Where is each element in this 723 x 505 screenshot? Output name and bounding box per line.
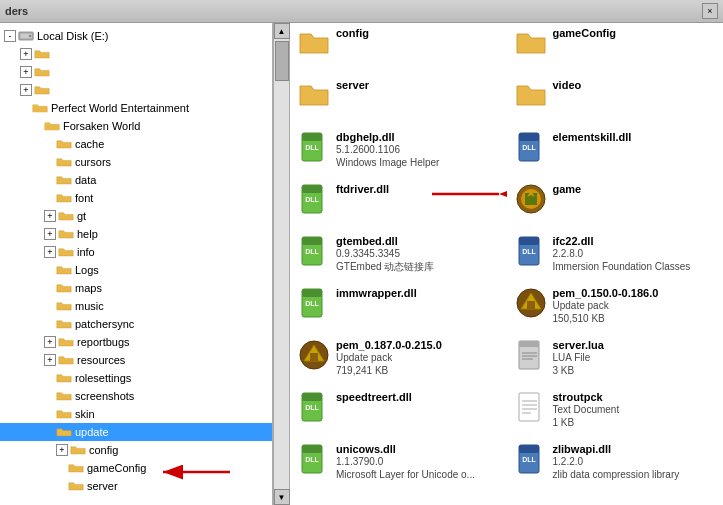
file-info-elementskill: elementskill.dll (553, 131, 632, 143)
file-info-pem150: pem_0.150.0-0.186.0 Update pack150,510 K… (553, 287, 659, 325)
right-panel: config gameConfig server (290, 23, 723, 491)
file-item-speedtreert[interactable]: DLL speedtreert.dll (290, 387, 507, 439)
tree-item-pwe[interactable]: Perfect World Entertainment (0, 99, 272, 117)
cursors-label: cursors (75, 156, 111, 168)
expand-reportbugs[interactable]: + (44, 336, 56, 348)
filedetail-zlibwapi: 1.2.2.0zlib data compression library (553, 455, 680, 481)
folder-icon-p3 (34, 83, 50, 97)
svg-text:DLL: DLL (305, 248, 319, 255)
folder-icon-cache (56, 137, 72, 151)
expand-gt[interactable]: + (44, 210, 56, 222)
dll-icon-zlibwapi: DLL (515, 443, 547, 475)
expand-p2[interactable]: + (20, 66, 32, 78)
rolesettings-label: rolesettings (75, 372, 131, 384)
file-item-serverlua[interactable]: server.lua LUA File3 KB (507, 335, 724, 387)
dll-icon-dbghelp: DLL (298, 131, 330, 163)
svg-text:DLL: DLL (305, 404, 319, 411)
svg-rect-6 (302, 133, 322, 141)
expand-p1[interactable]: + (20, 48, 32, 60)
tree-item-p1[interactable]: + (0, 45, 272, 63)
filename-elementskill: elementskill.dll (553, 131, 632, 143)
tree-item-rolesettings[interactable]: rolesettings (0, 369, 272, 387)
filename-ftdriver: ftdriver.dll (336, 183, 389, 195)
file-item-game[interactable]: game (507, 179, 724, 231)
expand-info[interactable]: + (44, 246, 56, 258)
tree-item-p2[interactable]: + (0, 63, 272, 81)
file-item-ftdriver[interactable]: DLL ftdriver.dll (290, 179, 507, 231)
file-item-dbghelp[interactable]: DLL dbghelp.dll 5.1.2600.1106Windows Ima… (290, 127, 507, 179)
tree-item-forsaken[interactable]: Forsaken World (0, 117, 272, 135)
right-panel-wrapper: config gameConfig server (290, 23, 723, 505)
tree-item-localdisk[interactable]: - Local Disk (E:) (0, 27, 272, 45)
tree-item-info[interactable]: + info (0, 243, 272, 261)
server-sub-label: server (87, 480, 118, 492)
filename-immwrapper: immwrapper.dll (336, 287, 417, 299)
file-item-config[interactable]: config (290, 23, 507, 75)
file-info-server: server (336, 79, 369, 91)
tree-section: - Local Disk (E:) + + (0, 23, 290, 505)
svg-rect-51 (519, 445, 539, 453)
file-item-elementskill[interactable]: DLL elementskill.dll (507, 127, 724, 179)
tree-item-reportbugs[interactable]: + reportbugs (0, 333, 272, 351)
tree-item-data[interactable]: data (0, 171, 272, 189)
file-item-immwrapper[interactable]: DLL immwrapper.dll (290, 283, 507, 335)
file-item-ifc22[interactable]: DLL ifc22.dll 2.2.8.0Immersion Foundatio… (507, 231, 724, 283)
update-label: update (75, 426, 109, 438)
tree-item-server-sub[interactable]: server (0, 477, 272, 495)
folder-icon-config-right (298, 27, 330, 59)
file-item-gameconfig[interactable]: gameConfig (507, 23, 724, 75)
file-item-gtembed[interactable]: DLL gtembed.dll 0.9.3345.3345GTEmbed 动态链… (290, 231, 507, 283)
scroll-up-button[interactable]: ▲ (274, 23, 290, 39)
folder-icon-server-sub (68, 479, 84, 493)
tree-item-cursors[interactable]: cursors (0, 153, 272, 171)
tree-item-logs[interactable]: Logs (0, 261, 272, 279)
tree-item-help[interactable]: + help (0, 225, 272, 243)
filedetail-serverlua: LUA File3 KB (553, 351, 604, 377)
scroll-down-button[interactable]: ▼ (274, 489, 290, 505)
tree-item-gameconfig-sub[interactable]: gameConfig (0, 459, 272, 477)
svg-rect-23 (519, 237, 539, 245)
tree-item-cache[interactable]: cache (0, 135, 272, 153)
file-item-zlibwapi[interactable]: DLL zlibwapi.dll 1.2.2.0zlib data compre… (507, 439, 724, 491)
tree-item-screenshots[interactable]: screenshots (0, 387, 272, 405)
file-item-stroutpck[interactable]: stroutpck Text Document1 KB (507, 387, 724, 439)
tree-item-skin[interactable]: skin (0, 405, 272, 423)
expand-help[interactable]: + (44, 228, 56, 240)
expand-icon-localdisk[interactable]: - (4, 30, 16, 42)
folder-icon-p2 (34, 65, 50, 79)
tree-item-resources[interactable]: + resources (0, 351, 272, 369)
tree-item-gt[interactable]: + gt (0, 207, 272, 225)
svg-rect-30 (527, 301, 535, 309)
tree-item-config-sub[interactable]: + config (0, 441, 272, 459)
dll-icon-ftdriver: DLL (298, 183, 330, 215)
tree-scrollbar[interactable]: ▲ ▼ (273, 23, 289, 505)
filedetail-unicows: 1.1.3790.0Microsoft Layer for Unicode o.… (336, 455, 475, 481)
txt-icon-stroutpck (515, 391, 547, 423)
file-item-pem150[interactable]: pem_0.150.0-0.186.0 Update pack150,510 K… (507, 283, 724, 335)
svg-point-2 (29, 35, 31, 37)
data-label: data (75, 174, 96, 186)
cache-label: cache (75, 138, 104, 150)
file-item-server[interactable]: server (290, 75, 507, 127)
filename-video: video (553, 79, 582, 91)
expand-resources[interactable]: + (44, 354, 56, 366)
patchersync-label: patchersync (75, 318, 134, 330)
tree-item-font[interactable]: font (0, 189, 272, 207)
tree-item-patchersync[interactable]: patchersync (0, 315, 272, 333)
file-item-video[interactable]: video (507, 75, 724, 127)
title-bar-text: ders (5, 5, 28, 17)
expand-p3[interactable]: + (20, 84, 32, 96)
file-item-unicows[interactable]: DLL unicows.dll 1.1.3790.0Microsoft Laye… (290, 439, 507, 491)
folder-icon-pwe (32, 101, 48, 115)
file-info-config: config (336, 27, 369, 39)
expand-config-sub[interactable]: + (56, 444, 68, 456)
tree-item-update[interactable]: update (0, 423, 272, 441)
filename-dbghelp: dbghelp.dll (336, 131, 439, 143)
svg-rect-48 (302, 445, 322, 453)
tree-item-music[interactable]: music (0, 297, 272, 315)
scroll-thumb[interactable] (275, 41, 289, 81)
tree-item-p3[interactable]: + (0, 81, 272, 99)
close-button[interactable]: × (702, 3, 718, 19)
tree-item-maps[interactable]: maps (0, 279, 272, 297)
file-item-pem187[interactable]: pem_0.187.0-0.215.0 Update pack719,241 K… (290, 335, 507, 387)
